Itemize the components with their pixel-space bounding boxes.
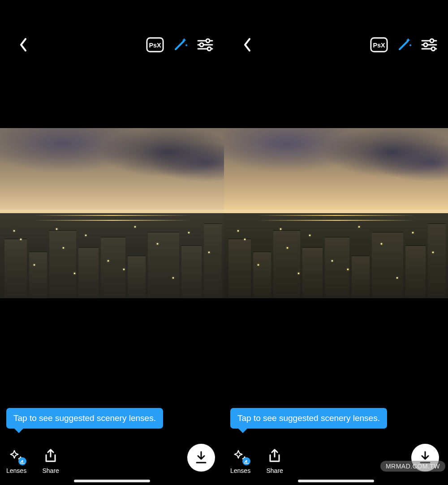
home-indicator[interactable] <box>298 480 374 482</box>
psx-label: PsX <box>149 42 161 49</box>
lenses-button[interactable]: Lenses <box>6 448 26 474</box>
psx-button[interactable]: PsX <box>146 36 164 54</box>
photo-sky <box>0 128 224 213</box>
pane-right: PsX <box>224 0 448 485</box>
photo-city <box>0 213 224 298</box>
app-comparison-stage: PsX <box>0 0 448 485</box>
svg-point-15 <box>430 39 434 43</box>
top-icon-group: PsX <box>370 36 438 54</box>
lenses-label: Lenses <box>6 467 26 474</box>
photo-preview[interactable] <box>0 128 224 298</box>
chevron-left-icon <box>243 38 251 52</box>
suggestion-tooltip[interactable]: Tap to see suggested scenery lenses. <box>230 408 387 429</box>
magic-wand-button[interactable] <box>171 36 189 54</box>
photo-city <box>224 213 448 298</box>
share-button[interactable]: Share <box>42 448 60 474</box>
magic-wand-icon <box>396 37 412 53</box>
top-icon-group: PsX <box>146 36 214 54</box>
sliders-icon <box>421 38 437 52</box>
share-icon <box>43 449 58 464</box>
psx-button[interactable]: PsX <box>370 36 388 54</box>
svg-point-5 <box>206 39 210 43</box>
download-icon <box>195 451 207 464</box>
svg-point-7 <box>207 47 211 51</box>
photo-preview[interactable] <box>224 128 448 298</box>
svg-point-17 <box>431 47 435 51</box>
magic-wand-button[interactable] <box>395 36 413 54</box>
adjustments-button[interactable] <box>196 36 214 54</box>
lenses-label: Lenses <box>230 467 250 474</box>
sliders-icon <box>197 38 213 52</box>
svg-line-11 <box>400 41 408 49</box>
home-indicator[interactable] <box>74 480 150 482</box>
chevron-left-icon <box>19 38 27 52</box>
top-toolbar: PsX <box>224 35 448 55</box>
back-button[interactable] <box>13 35 33 55</box>
back-button[interactable] <box>237 35 257 55</box>
magic-wand-icon <box>172 37 188 53</box>
lens-badge-icon <box>18 457 26 465</box>
pane-left: PsX <box>0 0 224 485</box>
share-icon <box>267 449 282 464</box>
top-toolbar: PsX <box>0 35 224 55</box>
psx-label: PsX <box>373 42 385 49</box>
svg-point-16 <box>424 43 427 47</box>
suggestion-tooltip[interactable]: Tap to see suggested scenery lenses. <box>6 408 163 429</box>
lens-badge-icon <box>242 457 250 465</box>
share-label: Share <box>266 467 283 474</box>
svg-point-6 <box>200 43 203 47</box>
adjustments-button[interactable] <box>420 36 438 54</box>
svg-line-1 <box>176 41 184 49</box>
photo-sky <box>224 128 448 213</box>
watermark: MRMAD.COM.TW <box>380 461 445 472</box>
lenses-button[interactable]: Lenses <box>230 448 250 474</box>
share-label: Share <box>42 467 59 474</box>
share-button[interactable]: Share <box>266 448 284 474</box>
download-button[interactable] <box>187 444 215 472</box>
bottom-toolbar: Lenses Share <box>0 434 224 474</box>
